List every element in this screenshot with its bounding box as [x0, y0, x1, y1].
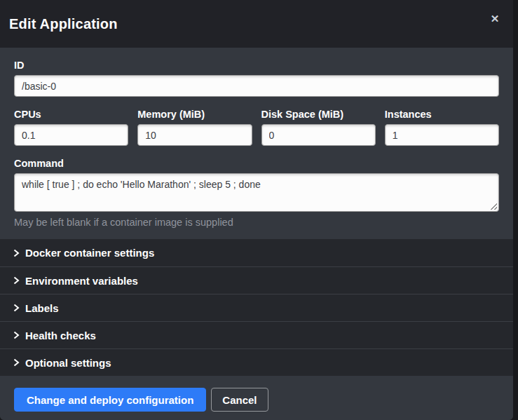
- disk-space-input[interactable]: [261, 124, 376, 146]
- cpus-field: CPUs: [14, 97, 128, 146]
- accordion-sections: Docker container settings Environment va…: [0, 239, 513, 376]
- change-and-deploy-button[interactable]: Change and deploy configuration: [14, 388, 206, 412]
- command-field: while [ true ] ; do echo 'Hello Marathon…: [14, 173, 499, 212]
- instances-field: Instances: [385, 97, 499, 146]
- disk-space-label: Disk Space (MiB): [261, 109, 376, 120]
- memory-label: Memory (MiB): [137, 109, 252, 120]
- section-environment-variables[interactable]: Environment variables: [0, 266, 513, 294]
- command-label: Command: [14, 158, 499, 169]
- memory-input[interactable]: [137, 124, 252, 146]
- modal-footer: Change and deploy configuration Cancel: [0, 376, 513, 420]
- section-label: Health checks: [25, 330, 96, 341]
- command-input[interactable]: while [ true ] ; do echo 'Hello Marathon…: [14, 173, 499, 212]
- command-help-text: May be left blank if a container image i…: [14, 217, 499, 228]
- section-label: Optional settings: [25, 357, 111, 369]
- chevron-right-icon: [13, 304, 20, 312]
- modal-header: Edit Application ✕: [0, 0, 513, 48]
- cpus-input[interactable]: [14, 124, 128, 146]
- id-input[interactable]: [14, 75, 499, 97]
- section-labels[interactable]: Labels: [0, 294, 513, 321]
- chevron-right-icon: [13, 331, 20, 339]
- disk-space-field: Disk Space (MiB): [261, 97, 376, 146]
- edit-application-modal: Edit Application ✕ ID CPUs Memory (MiB) …: [0, 0, 513, 420]
- cpus-label: CPUs: [14, 109, 128, 120]
- instances-input[interactable]: [385, 124, 499, 146]
- modal-title: Edit Application: [9, 16, 118, 32]
- section-health-checks[interactable]: Health checks: [0, 321, 513, 348]
- instances-label: Instances: [385, 109, 499, 120]
- application-form: ID CPUs Memory (MiB) Disk Space (MiB) In…: [0, 48, 513, 239]
- section-label: Docker container settings: [25, 247, 154, 259]
- section-optional-settings[interactable]: Optional settings: [0, 348, 513, 376]
- section-label: Environment variables: [25, 275, 138, 287]
- section-label: Labels: [25, 302, 59, 314]
- cancel-button[interactable]: Cancel: [211, 388, 268, 412]
- close-icon[interactable]: ✕: [488, 12, 502, 26]
- section-docker-container-settings[interactable]: Docker container settings: [0, 239, 513, 266]
- chevron-right-icon: [13, 249, 20, 257]
- chevron-right-icon: [13, 358, 20, 367]
- memory-field: Memory (MiB): [137, 97, 252, 146]
- chevron-right-icon: [13, 276, 20, 285]
- resource-fields-row: CPUs Memory (MiB) Disk Space (MiB) Insta…: [14, 97, 499, 146]
- id-field-label: ID: [14, 60, 499, 71]
